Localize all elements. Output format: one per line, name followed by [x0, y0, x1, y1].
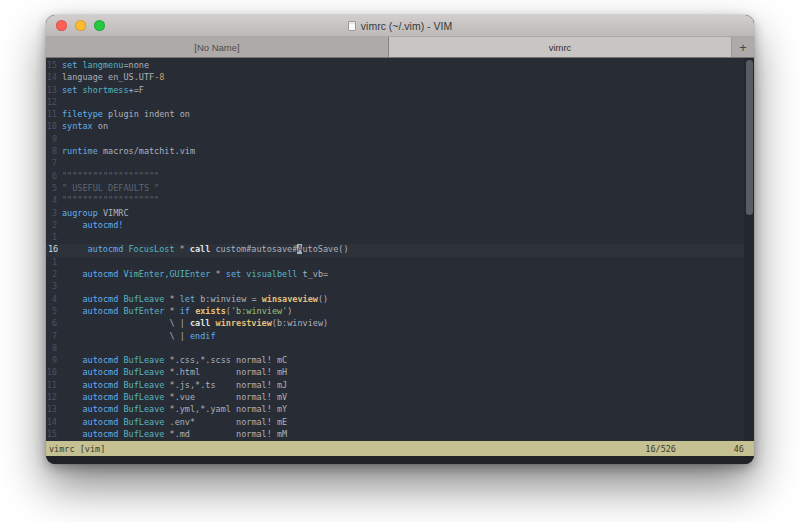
- code-line[interactable]: 4 autocmd BufLeave * let b:winview = win…: [46, 294, 754, 306]
- line-number: 10: [46, 367, 62, 379]
- code-line[interactable]: 6 \ | call winrestview(b:winview): [46, 318, 754, 330]
- code-line[interactable]: 5" USEFUL DEFAULTS ": [46, 183, 754, 195]
- line-number: 15: [46, 60, 62, 72]
- code-segment: autocmd: [82, 269, 118, 279]
- code-segment: autocmd: [82, 404, 118, 414]
- tab-bar: [No Name] vimrc +: [46, 37, 754, 58]
- code-segment: endif: [190, 331, 216, 341]
- code-text: """"""""""""""""""": [62, 195, 159, 207]
- code-line[interactable]: 8: [46, 343, 754, 355]
- code-segment: plugin indent on: [103, 109, 190, 119]
- code-line[interactable]: 7 \ | endif: [46, 331, 754, 343]
- code-line[interactable]: 2 autocmd!: [46, 220, 754, 232]
- code-text: autocmd BufLeave *.js,*.ts normal! mJ: [62, 380, 287, 392]
- code-segment: BufLeave: [123, 392, 164, 402]
- line-number: 13: [46, 85, 62, 97]
- line-number: 16: [46, 244, 67, 256]
- code-text: filetype plugin indent on: [62, 109, 190, 121]
- code-segment: (b:winview): [272, 318, 328, 328]
- code-segment: autocmd: [82, 355, 118, 365]
- close-button[interactable]: [56, 20, 67, 31]
- code-line[interactable]: 8runtime macros/matchit.vim: [46, 146, 754, 158]
- code-segment: set: [62, 85, 82, 95]
- code-line[interactable]: 3: [46, 281, 754, 293]
- code-segment: [62, 404, 82, 414]
- new-tab-button[interactable]: +: [732, 37, 754, 57]
- line-number: 4: [46, 195, 62, 207]
- code-segment: BufLeave: [123, 355, 164, 365]
- zoom-button[interactable]: [94, 20, 105, 31]
- code-text: \ | endif: [62, 331, 216, 343]
- code-line[interactable]: 1: [46, 257, 754, 269]
- code-segment: if: [180, 306, 190, 316]
- code-text: autocmd BufLeave .env* normal! mE: [62, 417, 287, 429]
- code-line[interactable]: 13set shortmess+=F: [46, 85, 754, 97]
- code-segment: b:winview =: [195, 294, 262, 304]
- code-segment: *.vue normal! mV: [164, 392, 287, 402]
- code-line[interactable]: 2 autocmd VimEnter,GUIEnter * set visual…: [46, 269, 754, 281]
- code-segment: *: [164, 294, 179, 304]
- code-line[interactable]: 15 autocmd BufLeave *.md normal! mM: [46, 429, 754, 441]
- code-line[interactable]: 6""""""""""""""""""": [46, 171, 754, 183]
- line-number: 9: [46, 134, 62, 146]
- code-text: runtime macros/matchit.vim: [62, 146, 195, 158]
- scrollbar-thumb[interactable]: [746, 60, 753, 215]
- editor[interactable]: 15set langmenu=none14language en_US.UTF-…: [46, 58, 754, 441]
- code-segment: autocmd: [82, 306, 118, 316]
- scrollbar[interactable]: [744, 58, 754, 441]
- code-text: autocmd BufLeave *.md normal! mM: [62, 429, 287, 441]
- minimize-button[interactable]: [75, 20, 86, 31]
- tab-label: vimrc: [549, 42, 572, 53]
- code-segment: autocmd: [87, 244, 123, 254]
- code-text: autocmd BufLeave *.vue normal! mV: [62, 392, 287, 404]
- code-line[interactable]: 11 autocmd BufLeave *.js,*.ts normal! mJ: [46, 380, 754, 392]
- code-segment: on: [93, 121, 108, 131]
- line-number: 14: [46, 417, 62, 429]
- code-line[interactable]: 14 autocmd BufLeave .env* normal! mE: [46, 417, 754, 429]
- line-number: 1: [46, 257, 62, 269]
- tab-vimrc[interactable]: vimrc: [389, 37, 732, 57]
- code-segment: runtime: [62, 146, 98, 156]
- code-segment: FocusLost: [128, 244, 174, 254]
- code-segment: autocmd: [82, 392, 118, 402]
- line-number: 12: [46, 97, 62, 109]
- code-segment: =none: [123, 60, 149, 70]
- command-line[interactable]: [46, 456, 754, 464]
- code-segment: let: [180, 294, 195, 304]
- code-line[interactable]: 3augroup VIMRC: [46, 208, 754, 220]
- code-line[interactable]: 10syntax on: [46, 121, 754, 133]
- line-number: 8: [46, 146, 62, 158]
- code-line[interactable]: 4""""""""""""""""""": [46, 195, 754, 207]
- code-line[interactable]: 10 autocmd BufLeave *.html normal! mH: [46, 367, 754, 379]
- code-segment: t_vb=: [297, 269, 328, 279]
- code-segment: *: [210, 269, 225, 279]
- code-line[interactable]: 9 autocmd BufLeave *.css,*.scss normal! …: [46, 355, 754, 367]
- line-number: 10: [46, 121, 62, 133]
- code-segment: " USEFUL DEFAULTS ": [62, 183, 159, 193]
- code-line[interactable]: 11filetype plugin indent on: [46, 109, 754, 121]
- code-segment: BufLeave: [123, 294, 164, 304]
- code-line[interactable]: 1: [46, 232, 754, 244]
- line-number: 4: [46, 294, 62, 306]
- code-segment: [62, 392, 82, 402]
- code-segment: VIMRC: [98, 208, 129, 218]
- tab-no-name[interactable]: [No Name]: [46, 37, 389, 57]
- titlebar[interactable]: vimrc (~/.vim) - VIM: [46, 15, 754, 37]
- code-text: autocmd VimEnter,GUIEnter * set visualbe…: [62, 269, 328, 281]
- code-segment: autocmd: [82, 294, 118, 304]
- code-segment: [62, 269, 82, 279]
- code-line[interactable]: 14language en_US.UTF-8: [46, 72, 754, 84]
- code-line-current[interactable]: 16 autocmd FocusLost * call custom#autos…: [46, 244, 754, 256]
- code-line[interactable]: 13 autocmd BufLeave *.yml,*.yaml normal!…: [46, 404, 754, 416]
- code-segment: \ |: [62, 318, 190, 328]
- status-position: 16/526: [645, 444, 676, 454]
- code-segment: [62, 294, 82, 304]
- code-line[interactable]: 12 autocmd BufLeave *.vue normal! mV: [46, 392, 754, 404]
- code-segment: winsaveview: [262, 294, 318, 304]
- code-line[interactable]: 5 autocmd BufEnter * if exists('b:winvie…: [46, 306, 754, 318]
- code-segment: BufLeave: [123, 429, 164, 439]
- code-line[interactable]: 7: [46, 158, 754, 170]
- code-line[interactable]: 15set langmenu=none: [46, 60, 754, 72]
- code-line[interactable]: 12: [46, 97, 754, 109]
- code-line[interactable]: 9: [46, 134, 754, 146]
